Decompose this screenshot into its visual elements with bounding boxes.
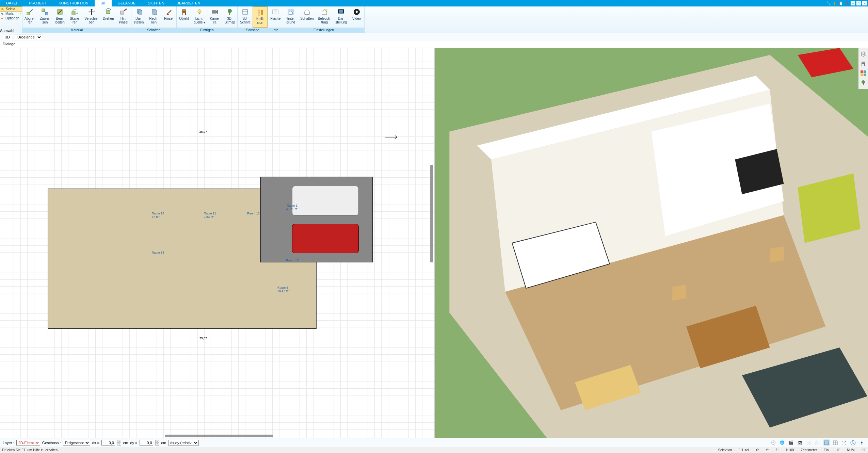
help-icon[interactable]: ❓ [845,1,849,6]
minimize-button[interactable]: – [851,1,855,5]
menu-datei[interactable]: DATEI [0,0,23,6]
layer-select[interactable]: 2D-Elemen [16,440,40,446]
mark-button[interactable]: ✎ Mark. ▸ [0,12,22,16]
selekt-button[interactable]: Selekt [0,6,22,12]
3d-canvas[interactable] [435,48,868,438]
menu-bearbeiten[interactable]: BEARBEITEN [171,0,207,6]
btn-bearbeiten[interactable]: Bear- beiten [52,6,67,28]
svg-rect-56 [864,74,866,76]
btn-kamera[interactable]: Kame- ra [207,6,222,28]
layers-icon[interactable] [860,51,867,58]
dropdown-icon: ▸ [20,12,21,15]
tool-icon[interactable]: 🔧 [826,1,831,6]
btn-skalieren[interactable]: Skalie- ren [67,6,82,28]
dy-spinner[interactable]: ▲▼ [155,440,159,446]
chair-tool-icon[interactable] [860,60,867,67]
close-button[interactable]: × [862,1,867,5]
menu-konstruktion[interactable]: KONSTRUKTION [52,0,94,6]
svg-rect-7 [107,10,110,14]
svg-rect-5 [72,12,75,15]
menu-gelaende[interactable]: GELÄNDE [112,0,142,6]
svg-line-24 [259,14,260,16]
collision-icon [256,8,264,16]
coord-z: Z: [775,448,778,452]
2d-view[interactable]: Raum 149,21 m² Raum 1537 m² Raum 119,83 … [0,48,435,438]
btn-schatten2[interactable]: Schatten [298,6,316,28]
ribbon-group-einstellungen: Hinter- grund Schatten Beleuch- tung Dar… [283,6,364,33]
btn-pinsel[interactable]: Pinsel [161,6,176,28]
svg-rect-54 [864,70,866,73]
svg-rect-32 [340,13,342,14]
tree-icon [226,8,234,16]
svg-rect-31 [339,10,343,13]
menu-projekt[interactable]: PROJEKT [23,0,53,6]
dy-input[interactable] [140,440,153,446]
h-scrollbar[interactable] [165,435,273,437]
svg-rect-10 [182,10,186,12]
btn-hinpinsel[interactable]: Hin. Pinsel [116,6,131,28]
svg-point-63 [845,444,846,444]
help-text: Drücken Sie F1, um Hilfe zu erhalten. [2,448,59,452]
edit-icon [56,8,64,16]
menu-sichten[interactable]: SICHTEN [142,0,170,6]
geschoss-select[interactable]: Erdgeschos [63,440,90,446]
svg-point-62 [842,444,843,444]
3d-view[interactable] [435,48,868,438]
film-icon[interactable]: 🎬 [788,439,794,446]
btn-verschieben[interactable]: Verschie- ben [82,6,101,28]
btn-3dbitmap[interactable]: 3D- Bitmap [222,6,237,28]
floorplan-canvas[interactable]: Raum 149,21 m² Raum 1537 m² Raum 119,83 … [0,48,434,438]
ribbon-group-info: Fläche Info [268,6,283,33]
globe-icon[interactable]: 🌐 [779,439,786,446]
btn-drehen[interactable]: Drehen [101,6,116,28]
dots-icon[interactable] [841,439,848,446]
dx-spinner[interactable]: ▲▼ [117,440,121,446]
coord-mode-select[interactable]: dx,dy (relativ ka [168,440,199,446]
btn-flaeche[interactable]: Fläche [268,6,283,28]
garage-area [260,177,373,262]
btn-lichtquelle[interactable]: Licht- quelle ▾ [192,6,207,28]
group-label-einstellungen: Einstellungen [283,28,364,33]
svg-rect-25 [261,10,263,15]
cube-calc-icon [150,8,158,16]
btn-darstellung[interactable]: Dar- stellung [333,6,349,28]
color-palette-icon[interactable] [860,70,867,77]
dim-bottom-overall: 25,07 [199,337,207,340]
btn-hintergrund[interactable]: Hinter- grund [283,6,298,28]
north-icon[interactable]: N [850,439,856,446]
eyedropper-icon [26,8,34,16]
btn-rechnen[interactable]: Rech- nen [146,6,161,28]
svg-rect-42 [672,285,686,301]
btn-beleuchtung[interactable]: Beleuch- tung [316,6,333,28]
btn-zuweisen[interactable]: Zuwei- sen [37,6,52,28]
v-scrollbar[interactable] [430,165,433,263]
grid-icon[interactable] [832,439,839,446]
hatch2-icon[interactable] [814,439,821,446]
tree-tool-icon[interactable] [860,79,867,86]
doc-icon[interactable]: 📋 [838,1,843,6]
history-icon[interactable]: 🕘 [770,439,777,446]
hatch-icon[interactable] [805,439,812,446]
cursor-point-icon[interactable] [858,439,865,446]
svg-point-29 [325,9,327,11]
optionen-button[interactable]: + Optionen [0,16,22,20]
wall-icon[interactable] [823,439,830,446]
terrain-select[interactable]: Urgelände [15,34,42,40]
menu-3d[interactable]: 3D [95,0,112,6]
btn-kollision[interactable]: Kolli- sion [253,6,268,28]
section-icon [241,8,249,16]
btn-video[interactable]: Video [349,6,364,28]
dx-unit: cm [123,441,128,445]
maximize-button[interactable]: □ [856,1,861,5]
dy-unit: cm [161,441,166,445]
btn-darstellen[interactable]: Dar- stellen [131,6,146,28]
btn-abgreifen[interactable]: Abgrei- fen [22,6,37,28]
ribbon-group-auswahl: Selekt ✎ Mark. ▸ + Optionen Auswahl [0,6,22,33]
preview-icon[interactable]: 🖼 [797,439,803,446]
box-icon[interactable]: ▮ [832,1,837,6]
room-11-label: Raum 119,83 m² [204,212,216,219]
dx-input[interactable] [101,440,115,446]
btn-objekt[interactable]: Objekt [177,6,192,28]
btn-3dschnitt[interactable]: 3D- Schnitt [238,6,253,28]
chair-icon [180,8,188,16]
